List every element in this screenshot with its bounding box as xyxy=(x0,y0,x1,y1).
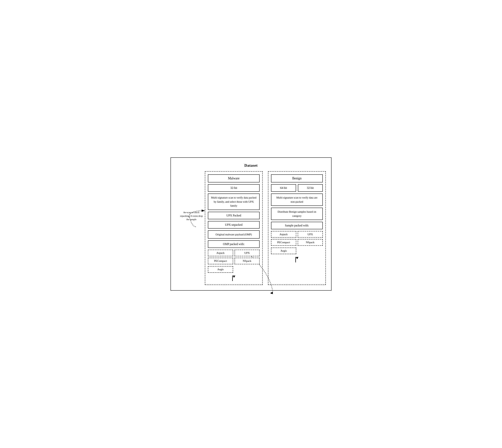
sample-packed-with-label: Sample packed with: xyxy=(271,222,323,229)
multi-sig-scan-left: Multi-signature scan to verify data pack… xyxy=(208,193,259,210)
malware-title: Malware xyxy=(208,174,259,182)
right-packer-pecompact: PECompact xyxy=(271,239,296,246)
left-packer-upx: UPX xyxy=(235,250,260,256)
upx-unpacked-label: UPX unpacked xyxy=(208,221,259,229)
left-packer-aspack: Aspack xyxy=(208,250,233,256)
diagram-title: Dataset xyxy=(176,161,326,171)
upx-packed-label: UPX Packed xyxy=(208,212,259,219)
bit-32-label: 32-bit xyxy=(298,184,323,192)
benign-title: Benign xyxy=(271,174,323,182)
right-packer-grid: Aspack UPX PECompact NSpack xyxy=(271,231,323,246)
bit-label-left: 32-bit xyxy=(208,184,259,192)
left-bottom-arrow xyxy=(208,276,259,281)
omp-label: Original malware payload (OMP) xyxy=(208,230,259,239)
diagram-container: Dataset Re-scan to check repacking, If e… xyxy=(171,157,331,291)
distribute-label: Distribute Benign samples based on categ… xyxy=(271,208,323,220)
benign-column: Benign 64-bit 32-bit Multi-signature sca… xyxy=(268,171,326,285)
omp-packed-with-label: OMP packed with: xyxy=(208,240,259,248)
left-packer-nspack: NSpack xyxy=(235,258,260,264)
right-bottom-arrow xyxy=(271,257,323,262)
malware-column: Malware 32-bit Multi-signature scan to v… xyxy=(205,171,263,285)
left-packer-aegis: Aegis xyxy=(208,266,233,273)
right-packer-upx: UPX xyxy=(298,231,323,238)
right-packer-aegis: Aegis xyxy=(271,248,296,254)
left-packer-grid: Aspack UPX PECompact NSpack xyxy=(208,250,259,264)
annotation-text: Re-scan to check repacking, If exists dr… xyxy=(180,211,203,221)
left-packer-pecompact: PECompact xyxy=(208,258,233,264)
right-packer-aspack: Aspack xyxy=(271,231,296,238)
multi-sig-scan-right: Multi-signature scan to verify data are … xyxy=(271,193,323,206)
bit-64-label: 64-bit xyxy=(271,184,296,192)
right-packer-nspack: NSpack xyxy=(298,239,323,246)
benign-bit-row: 64-bit 32-bit xyxy=(271,184,323,192)
